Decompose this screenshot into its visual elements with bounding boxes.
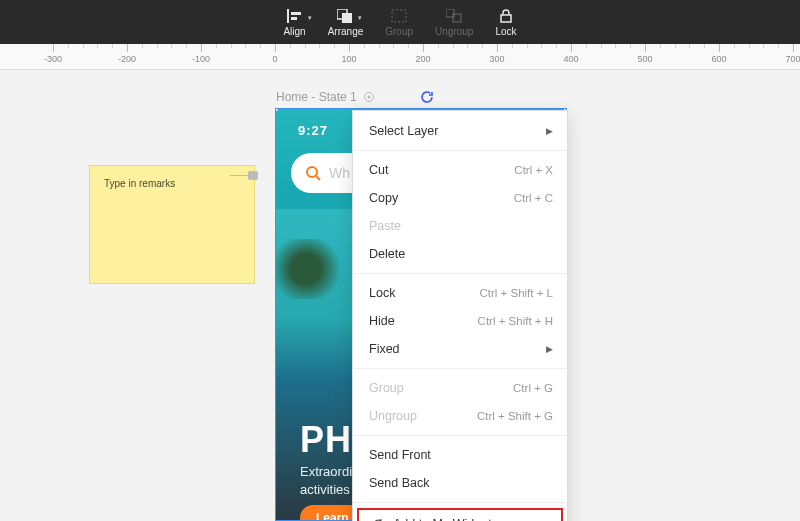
svg-line-12 — [316, 176, 320, 180]
ctx-paste: Paste — [353, 212, 567, 240]
shortcut: Ctrl + Shift + L — [479, 287, 553, 299]
connector-arrow-icon — [248, 171, 258, 180]
separator — [353, 435, 567, 436]
toolbar-group: ▾ Align ▾ Arrange Group Ungroup — [283, 8, 516, 37]
ctx-delete[interactable]: Delete — [353, 240, 567, 268]
shortcut: Ctrl + Shift + G — [477, 410, 553, 422]
ctx-label: Cut — [369, 163, 388, 177]
align-icon: ▾ — [286, 8, 304, 24]
caret-icon: ▾ — [358, 14, 362, 22]
ctx-send-back[interactable]: Send Back — [353, 469, 567, 497]
connector — [230, 170, 258, 180]
group-tool: Group — [385, 8, 413, 37]
chevron-right-icon: ▶ — [546, 126, 553, 136]
chevron-right-icon: ▶ — [546, 344, 553, 354]
horizontal-ruler: -300-200-1000100200300400500600700 — [0, 44, 800, 70]
ctx-label: Lock — [369, 286, 395, 300]
cycle-icon — [371, 517, 385, 521]
context-menu: Select Layer ▶ Cut Ctrl + X Copy Ctrl + … — [352, 110, 568, 521]
ctx-label: Ungroup — [369, 409, 417, 423]
top-toolbar: ▾ Align ▾ Arrange Group Ungroup — [0, 0, 800, 44]
svg-rect-0 — [287, 9, 289, 23]
arrange-label: Arrange — [328, 26, 364, 37]
gear-icon[interactable] — [363, 91, 375, 103]
align-tool[interactable]: ▾ Align — [283, 8, 305, 37]
ungroup-icon — [445, 8, 463, 24]
ctx-ungroup: Ungroup Ctrl + Shift + G — [353, 402, 567, 430]
svg-point-11 — [307, 167, 317, 177]
sticky-note[interactable]: Type in remarks — [89, 165, 255, 284]
svg-rect-1 — [291, 12, 301, 15]
ctx-label: Copy — [369, 191, 398, 205]
hero-image-detail — [275, 239, 346, 299]
sticky-text: Type in remarks — [104, 178, 175, 189]
ungroup-tool: Ungroup — [435, 8, 473, 37]
separator — [353, 150, 567, 151]
lock-label: Lock — [495, 26, 516, 37]
ctx-copy[interactable]: Copy Ctrl + C — [353, 184, 567, 212]
caret-icon: ▾ — [308, 14, 312, 22]
refresh-icon[interactable] — [420, 90, 434, 104]
ctx-label: Hide — [369, 314, 395, 328]
ctx-label: Send Front — [369, 448, 431, 462]
svg-rect-8 — [501, 15, 511, 22]
lock-tool[interactable]: Lock — [495, 8, 516, 37]
group-icon — [390, 8, 408, 24]
align-label: Align — [283, 26, 305, 37]
ctx-label: Paste — [369, 219, 401, 233]
design-canvas[interactable]: Home - State 1 Type in remarks 9:27 Wh P… — [0, 70, 800, 521]
artboard-header[interactable]: Home - State 1 — [276, 90, 375, 104]
hero-subtitle: Extraordiactivities — [300, 463, 352, 499]
ctx-label: Select Layer — [369, 124, 438, 138]
ctx-label: Send Back — [369, 476, 429, 490]
shortcut: Ctrl + Shift + H — [478, 315, 553, 327]
separator — [353, 502, 567, 503]
ctx-group: Group Ctrl + G — [353, 374, 567, 402]
ctx-lock[interactable]: Lock Ctrl + Shift + L — [353, 279, 567, 307]
ctx-add-to-widget[interactable]: Add to My Widget — [357, 508, 563, 521]
search-placeholder: Wh — [329, 165, 350, 181]
group-label: Group — [385, 26, 413, 37]
ungroup-label: Ungroup — [435, 26, 473, 37]
ctx-cut[interactable]: Cut Ctrl + X — [353, 156, 567, 184]
ctx-label: Group — [369, 381, 404, 395]
search-icon — [305, 165, 321, 181]
shortcut: Ctrl + X — [514, 164, 553, 176]
status-bar-time: 9:27 — [298, 123, 328, 138]
lock-icon — [497, 8, 515, 24]
arrange-icon: ▾ — [336, 8, 354, 24]
ctx-label: Delete — [369, 247, 405, 261]
shortcut: Ctrl + C — [514, 192, 553, 204]
connector-line — [230, 175, 250, 176]
arrange-tool[interactable]: ▾ Arrange — [328, 8, 364, 37]
svg-rect-5 — [392, 10, 406, 22]
ctx-send-front[interactable]: Send Front — [353, 441, 567, 469]
ctx-label: Fixed — [369, 342, 400, 356]
svg-rect-2 — [291, 17, 297, 20]
ctx-label: Add to My Widget — [393, 517, 492, 521]
artboard-title: Home - State 1 — [276, 90, 357, 104]
svg-point-10 — [367, 96, 370, 99]
svg-rect-4 — [342, 13, 352, 23]
separator — [353, 368, 567, 369]
separator — [353, 273, 567, 274]
ctx-select-layer[interactable]: Select Layer ▶ — [353, 117, 567, 145]
ctx-hide[interactable]: Hide Ctrl + Shift + H — [353, 307, 567, 335]
selection-handle[interactable] — [275, 108, 279, 112]
shortcut: Ctrl + G — [513, 382, 553, 394]
ctx-fixed[interactable]: Fixed ▶ — [353, 335, 567, 363]
